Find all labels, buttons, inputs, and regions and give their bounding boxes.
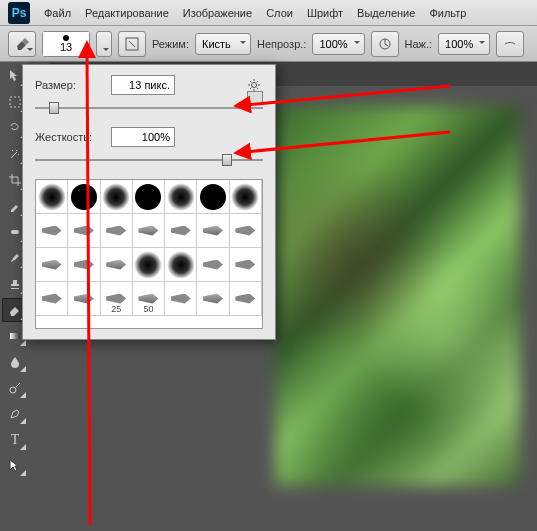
menu-type[interactable]: Шрифт xyxy=(307,7,343,19)
ps-logo: Ps xyxy=(8,2,30,24)
brush-preset[interactable] xyxy=(165,214,197,248)
hardness-slider[interactable] xyxy=(35,151,263,169)
brush-preset[interactable] xyxy=(165,180,197,214)
brush-preset[interactable] xyxy=(133,180,165,214)
menu-bar: Ps Файл Редактирование Изображение Слои … xyxy=(0,0,537,26)
menu-edit[interactable]: Редактирование xyxy=(85,7,169,19)
tool-dodge[interactable] xyxy=(2,376,28,400)
svg-rect-2 xyxy=(10,97,20,107)
menu-image[interactable]: Изображение xyxy=(183,7,252,19)
hardness-input[interactable] xyxy=(111,127,175,147)
menu-filter[interactable]: Фильтр xyxy=(429,7,466,19)
svg-point-6 xyxy=(252,83,257,88)
airbrush-icon xyxy=(502,36,518,52)
brush-preset-picker[interactable]: 13 xyxy=(42,31,90,57)
brush-preset[interactable] xyxy=(36,180,68,214)
brush-preset[interactable] xyxy=(68,180,100,214)
brush-preset[interactable] xyxy=(230,214,262,248)
brush-preset[interactable] xyxy=(230,180,262,214)
brush-preset[interactable] xyxy=(36,248,68,282)
brush-presets-grid[interactable]: 2550 xyxy=(35,179,263,329)
opacity-pressure-toggle[interactable] xyxy=(371,31,399,57)
brush-panel-icon xyxy=(124,36,140,52)
opacity-input[interactable]: 100% xyxy=(312,33,364,55)
brush-preset[interactable] xyxy=(101,248,133,282)
svg-rect-4 xyxy=(10,333,20,339)
svg-point-5 xyxy=(10,387,16,393)
brush-preset[interactable] xyxy=(133,214,165,248)
eraser-icon xyxy=(14,36,30,52)
flow-label: Наж.: xyxy=(405,38,433,50)
brush-settings-popup: Размер: Жесткость: 2550 xyxy=(22,64,276,340)
flow-input[interactable]: 100% xyxy=(438,33,490,55)
brush-preset[interactable] xyxy=(230,282,262,316)
tool-path[interactable] xyxy=(2,454,28,478)
tool-blur[interactable] xyxy=(2,350,28,374)
hardness-label: Жесткость: xyxy=(35,131,103,143)
brush-preset[interactable] xyxy=(101,180,133,214)
brush-preset[interactable] xyxy=(101,214,133,248)
brush-preset[interactable] xyxy=(36,214,68,248)
airbrush-toggle[interactable] xyxy=(496,31,524,57)
opacity-label: Непрозр.: xyxy=(257,38,306,50)
brush-preset[interactable] xyxy=(197,248,229,282)
eraser-tool-preset[interactable] xyxy=(8,31,36,57)
brush-size-display: 13 xyxy=(60,41,72,53)
brush-preset[interactable] xyxy=(68,248,100,282)
size-input[interactable] xyxy=(111,75,175,95)
brush-preset[interactable] xyxy=(197,180,229,214)
menu-file[interactable]: Файл xyxy=(44,7,71,19)
brush-preset[interactable] xyxy=(197,282,229,316)
brush-preset[interactable] xyxy=(133,248,165,282)
tool-type[interactable]: T xyxy=(2,428,28,452)
mode-select[interactable]: Кисть xyxy=(195,33,251,55)
brush-panel-toggle[interactable] xyxy=(118,31,146,57)
brush-preset[interactable] xyxy=(68,214,100,248)
brush-dropdown[interactable] xyxy=(96,31,112,57)
size-label: Размер: xyxy=(35,79,103,91)
brush-preset[interactable]: 25 xyxy=(101,282,133,316)
brush-preset[interactable] xyxy=(36,282,68,316)
menu-layers[interactable]: Слои xyxy=(266,7,293,19)
pressure-icon xyxy=(377,36,393,52)
brush-preset[interactable] xyxy=(197,214,229,248)
brush-preset[interactable] xyxy=(68,282,100,316)
menu-select[interactable]: Выделение xyxy=(357,7,415,19)
tool-pen[interactable] xyxy=(2,402,28,426)
new-brush-icon[interactable] xyxy=(247,91,263,105)
size-slider[interactable] xyxy=(35,99,263,117)
options-bar: 13 Режим: Кисть Непрозр.: 100% Наж.: 100… xyxy=(0,26,537,62)
brush-preset[interactable] xyxy=(165,282,197,316)
photo-content xyxy=(275,106,520,486)
brush-preset[interactable]: 50 xyxy=(133,282,165,316)
brush-preset[interactable] xyxy=(165,248,197,282)
svg-rect-3 xyxy=(11,230,19,234)
brush-preset[interactable] xyxy=(230,248,262,282)
mode-label: Режим: xyxy=(152,38,189,50)
